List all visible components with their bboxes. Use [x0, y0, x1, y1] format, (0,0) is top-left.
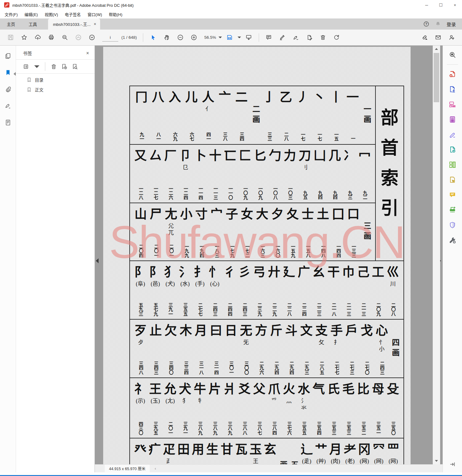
hand-icon[interactable]: [160, 32, 173, 43]
radical-char: 玄: [264, 443, 276, 456]
page-down-icon[interactable]: [86, 32, 98, 43]
scroll-up-arrow[interactable]: [433, 46, 440, 52]
radical-variant: 刂: [302, 164, 308, 171]
login-button[interactable]: 登录: [447, 21, 456, 27]
attachments-paperclip-icon[interactable]: [3, 84, 13, 94]
radical-page-number: 二四三: [379, 361, 384, 375]
add-bookmark-icon[interactable]: [59, 62, 69, 71]
radical-variant: (示): [136, 398, 145, 405]
radical-cell: 入六九: [166, 86, 183, 144]
scan-ocr-icon[interactable]: [446, 204, 459, 216]
radical-char: 欠: [164, 325, 177, 337]
signatures-pen-icon[interactable]: [3, 101, 13, 111]
find-bookmark-icon[interactable]: [70, 62, 79, 71]
share-link-icon[interactable]: [418, 32, 431, 43]
search-icon[interactable]: [59, 32, 71, 43]
radical-variant: 灬: [286, 398, 292, 405]
radical-page-number: 八一: [156, 132, 160, 141]
scroll-left-arrow[interactable]: ‹: [155, 466, 156, 471]
request-sign-icon[interactable]: [446, 174, 459, 185]
radical-cell: 戶二七三: [344, 320, 359, 377]
radical-char: 水: [298, 383, 310, 395]
cloud-upload-icon[interactable]: [31, 32, 44, 43]
tab-close-icon[interactable]: ×: [94, 22, 96, 26]
page-number-input[interactable]: [102, 34, 118, 42]
page-up-icon[interactable]: [72, 32, 84, 43]
minimize-button[interactable]: ─: [419, 0, 434, 10]
email-icon[interactable]: [432, 32, 444, 43]
radical-char: 父: [253, 383, 265, 395]
export-pdf-icon[interactable]: [446, 84, 459, 95]
caret-down-icon[interactable]: [237, 32, 241, 43]
close-button[interactable]: ×: [448, 0, 462, 10]
radical-cell: 工二〇九: [371, 261, 386, 319]
radical-page-number: 二一三: [346, 303, 351, 316]
radical-page-number: 三八七: [257, 422, 262, 435]
scroll-down-arrow[interactable]: [433, 458, 440, 464]
highlighter-icon[interactable]: [276, 32, 289, 43]
zoom-level-value[interactable]: 56.5%: [204, 35, 216, 40]
more-tools-icon[interactable]: [446, 235, 459, 246]
vertical-scrollbar-thumb[interactable]: [434, 53, 439, 102]
menu-item[interactable]: 文件(F): [1, 10, 21, 18]
options-caret-down-icon[interactable]: [32, 62, 41, 71]
tab-document[interactable]: mbsh7001033.-.王... ×: [48, 18, 100, 30]
expand-pane-arrow-icon[interactable]: [446, 459, 459, 470]
collapse-left-panel-handle[interactable]: [96, 258, 100, 264]
zoom-caret-down-icon[interactable]: [218, 32, 222, 43]
add-user-icon[interactable]: [445, 32, 458, 43]
help-circle-icon[interactable]: ?: [423, 21, 429, 27]
combine-files-icon[interactable]: [446, 159, 459, 170]
menu-item[interactable]: 电子签名: [61, 10, 84, 18]
radical-cell: 廾二二九: [267, 261, 282, 319]
pdf-page-scan: 一画一一丨一五丶一七丿一七乙二八亅三三二画二三四亠三八人亻四一儿六七入六九八八一…: [103, 47, 411, 472]
fit-width-icon[interactable]: [224, 32, 236, 43]
send-file-icon[interactable]: [446, 144, 459, 155]
bookmark-item[interactable]: 正文: [26, 87, 95, 93]
document-view-area[interactable]: 一画一一丨一五丶一七丿一七乙二八亅三三二画二三四亠三八人亻四一儿六七入六九八八一…: [95, 46, 443, 472]
sign-pen-icon[interactable]: [290, 32, 302, 43]
maximize-button[interactable]: ☐: [434, 0, 448, 10]
rotate-icon[interactable]: [330, 32, 343, 43]
bookmark-options-icon[interactable]: [22, 62, 31, 71]
comment-icon[interactable]: [263, 32, 275, 43]
vertical-scrollbar[interactable]: [433, 46, 440, 464]
bookmark-item[interactable]: 目录: [26, 77, 95, 83]
export-excel-icon[interactable]: [446, 114, 459, 125]
page-thumbnails-icon[interactable]: [3, 51, 13, 61]
bell-icon[interactable]: [435, 21, 441, 27]
zoom-in-icon[interactable]: [188, 32, 200, 43]
save-icon[interactable]: [4, 32, 17, 43]
menu-item[interactable]: 视图(V): [41, 10, 61, 18]
tab-home[interactable]: 主页: [0, 18, 22, 30]
fill-sign-icon[interactable]: [446, 129, 459, 140]
radical-char: 几: [329, 150, 341, 162]
edit-page-icon[interactable]: [303, 32, 316, 43]
search-plus-icon[interactable]: [446, 49, 459, 60]
trash-icon[interactable]: [317, 32, 329, 43]
radical-cell: 乙二八: [278, 86, 294, 144]
radical-page-number: 二九六: [259, 361, 264, 375]
delete-bookmark-trash-icon[interactable]: [49, 62, 58, 71]
zoom-out-icon[interactable]: [174, 32, 186, 43]
comment-tool-icon[interactable]: [446, 189, 459, 200]
protect-icon[interactable]: [446, 220, 459, 231]
radical-cell: 扌(手)二七七: [192, 261, 207, 319]
radical-char: 戈: [361, 325, 373, 337]
presentation-icon[interactable]: [243, 32, 255, 43]
menu-item[interactable]: 编辑(E): [21, 10, 41, 18]
print-icon[interactable]: [45, 32, 57, 43]
menu-item[interactable]: 帮助(H): [105, 10, 126, 18]
star-icon[interactable]: [18, 32, 30, 43]
tab-tools[interactable]: 工具: [22, 18, 44, 30]
layers-doc-icon[interactable]: [3, 118, 13, 127]
create-pdf-icon[interactable]: [446, 69, 459, 80]
select-arrow-icon[interactable]: [147, 32, 159, 43]
menu-item[interactable]: 窗口(W): [84, 10, 105, 18]
radical-variant: (犬): [166, 281, 175, 288]
panel-close-icon[interactable]: ×: [86, 50, 89, 56]
radical-page-number: 二九四: [274, 361, 279, 375]
bookmarks-panel-icon[interactable]: [3, 68, 13, 78]
radical-cell: 忄(心)二四三: [207, 261, 222, 319]
organize-pages-icon[interactable]: [446, 99, 459, 110]
